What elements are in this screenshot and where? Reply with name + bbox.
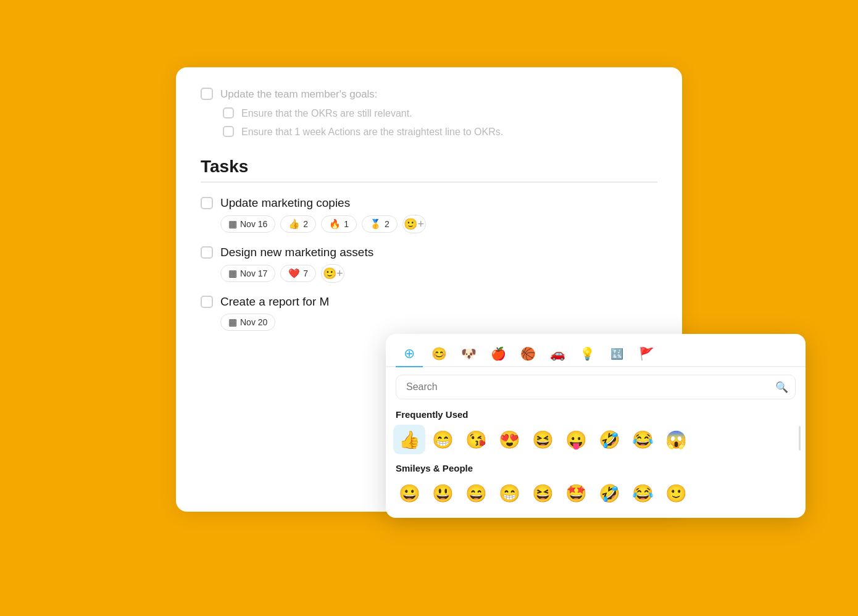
check-item-okr1: Ensure that the OKRs are still relevant. (223, 107, 657, 120)
calendar-icon-3: ▦ (228, 317, 237, 328)
task-meta-1: ▦ Nov 16 👍 2 🔥 1 🥇 2 🙂+ (220, 215, 657, 233)
tab-food[interactable]: 🍎 (485, 341, 512, 367)
task-row-3: Create a report for M (201, 295, 657, 309)
calendar-icon-2: ▦ (228, 268, 237, 279)
calendar-icon-1: ▦ (228, 219, 237, 230)
section-divider (201, 181, 657, 183)
check-label-goals: Update the team member's goals: (220, 87, 378, 102)
symbols-tab-icon: 🔣 (610, 348, 623, 360)
emoji-slight-smile[interactable]: 🙂 (660, 478, 692, 508)
check-label-okr2: Ensure that 1 week Actions are the strai… (241, 125, 503, 139)
checkbox-goals[interactable] (201, 88, 213, 100)
medal-icon-1: 🥇 (370, 219, 381, 230)
tab-recent[interactable]: ⊕ (396, 341, 423, 367)
checklist-section: Update the team member's goals: Ensure t… (201, 87, 657, 139)
recent-icon: ⊕ (404, 346, 415, 362)
task-medal-tag-1[interactable]: 🥇 2 (362, 215, 398, 233)
animals-tab-icon: 🐶 (461, 346, 477, 361)
smileys-grid: 😀 😃 😄 😁 😆 🤩 🤣 😂 🙂 (386, 478, 806, 508)
task-label-2: Design new marketing assets (220, 246, 373, 259)
task-date-tag-1[interactable]: ▦ Nov 16 (220, 215, 275, 233)
frequently-used-title: Frequently Used (386, 407, 806, 425)
task-item-3: Create a report for M ▦ Nov 20 (201, 295, 657, 331)
checkbox-task1[interactable] (201, 197, 213, 209)
tasks-section-title: Tasks (201, 157, 657, 177)
emoji-joy2[interactable]: 😂 (627, 478, 659, 508)
tab-objects[interactable]: 💡 (573, 341, 601, 367)
emoji-picker: ⊕ 😊 🐶 🍎 🏀 🚗 💡 🔣 � (386, 334, 806, 518)
emoji-grin[interactable]: 😁 (427, 425, 459, 454)
task-date-tag-3[interactable]: ▦ Nov 20 (220, 314, 275, 331)
emoji-grinning[interactable]: 😀 (393, 478, 425, 508)
emoji-joy[interactable]: 😂 (627, 425, 659, 454)
task-label-1: Update marketing copies (220, 196, 350, 210)
task-meta-3: ▦ Nov 20 (220, 314, 657, 331)
task-fire-count-1: 1 (344, 219, 349, 229)
task-item-2: Design new marketing assets ▦ Nov 17 ❤️ … (201, 246, 657, 283)
task-thumbs-count-1: 2 (303, 219, 308, 229)
task-date-tag-2[interactable]: ▦ Nov 17 (220, 265, 275, 282)
check-item-goals: Update the team member's goals: (201, 87, 657, 102)
emoji-rofl2[interactable]: 🤣 (593, 478, 625, 508)
task-thumbs-tag-1[interactable]: 👍 2 (280, 215, 316, 233)
tab-symbols[interactable]: 🔣 (603, 341, 630, 367)
check-item-okr2: Ensure that 1 week Actions are the strai… (223, 125, 657, 139)
smileys-tab-icon: 😊 (431, 346, 447, 361)
emoji-smiley[interactable]: 😃 (427, 478, 459, 508)
task-meta-2: ▦ Nov 17 ❤️ 7 🙂+ (220, 264, 657, 283)
emoji-star-struck[interactable]: 🤩 (560, 478, 592, 508)
task-label-3: Create a report for M (220, 295, 329, 309)
emoji-rofl[interactable]: 🤣 (593, 425, 625, 454)
checkbox-okr2[interactable] (223, 126, 234, 137)
emoji-tongue[interactable]: 😛 (560, 425, 592, 454)
task-medal-count-1: 2 (385, 219, 389, 229)
activities-tab-icon: 🏀 (520, 346, 536, 361)
search-icon: 🔍 (775, 381, 788, 394)
checkbox-task2[interactable] (201, 246, 213, 259)
checkbox-okr1[interactable] (223, 107, 234, 119)
checkbox-task3[interactable] (201, 296, 213, 308)
task-fire-tag-1[interactable]: 🔥 1 (321, 215, 357, 233)
task-row-1: Update marketing copies (201, 196, 657, 210)
task-item-1: Update marketing copies ▦ Nov 16 👍 2 🔥 1… (201, 196, 657, 233)
objects-tab-icon: 💡 (580, 346, 595, 361)
emoji-kissing[interactable]: 😘 (460, 425, 492, 454)
check-label-okr1: Ensure that the OKRs are still relevant. (241, 107, 412, 120)
emoji-laughing[interactable]: 😆 (527, 478, 559, 508)
emoji-grin2[interactable]: 😁 (493, 478, 525, 508)
task-date-2: Nov 17 (240, 268, 267, 278)
task-date-1: Nov 16 (240, 219, 267, 229)
emoji-squinting[interactable]: 😆 (527, 425, 559, 454)
emoji-scream[interactable]: 😱 (660, 425, 692, 454)
picker-tabs: ⊕ 😊 🐶 🍎 🏀 🚗 💡 🔣 � (386, 334, 806, 367)
emoji-search-input[interactable] (396, 375, 796, 399)
add-reaction-btn-1[interactable]: 🙂+ (402, 215, 426, 233)
scrollbar-hint (799, 426, 801, 451)
task-row-2: Design new marketing assets (201, 246, 657, 259)
smileys-title: Smileys & People (386, 460, 806, 478)
fire-icon-1: 🔥 (329, 219, 341, 230)
emoji-thumbsup[interactable]: 👍 (393, 425, 425, 454)
tab-smileys[interactable]: 😊 (425, 341, 452, 367)
add-reaction-icon-2: 🙂+ (323, 267, 343, 280)
heart-icon-2: ❤️ (288, 268, 300, 279)
tab-travel[interactable]: 🚗 (544, 341, 571, 367)
picker-search: 🔍 (396, 375, 796, 399)
emoji-smile[interactable]: 😄 (460, 478, 492, 508)
food-tab-icon: 🍎 (491, 346, 506, 361)
task-heart-count-2: 7 (303, 268, 308, 278)
task-date-3: Nov 20 (240, 317, 267, 327)
add-reaction-icon-1: 🙂+ (404, 217, 424, 231)
task-heart-tag-2[interactable]: ❤️ 7 (280, 265, 316, 282)
add-reaction-btn-2[interactable]: 🙂+ (321, 264, 344, 283)
tab-flags[interactable]: 🚩 (633, 341, 660, 367)
emoji-heart-eyes[interactable]: 😍 (493, 425, 525, 454)
main-card: Update the team member's goals: Ensure t… (176, 67, 682, 512)
travel-tab-icon: 🚗 (550, 346, 565, 361)
flags-tab-icon: 🚩 (639, 346, 654, 361)
tab-activities[interactable]: 🏀 (514, 341, 541, 367)
thumbs-icon-1: 👍 (288, 219, 300, 230)
frequently-used-grid: 👍 😁 😘 😍 😆 😛 🤣 😂 😱 (386, 425, 806, 454)
tab-animals[interactable]: 🐶 (455, 341, 482, 367)
